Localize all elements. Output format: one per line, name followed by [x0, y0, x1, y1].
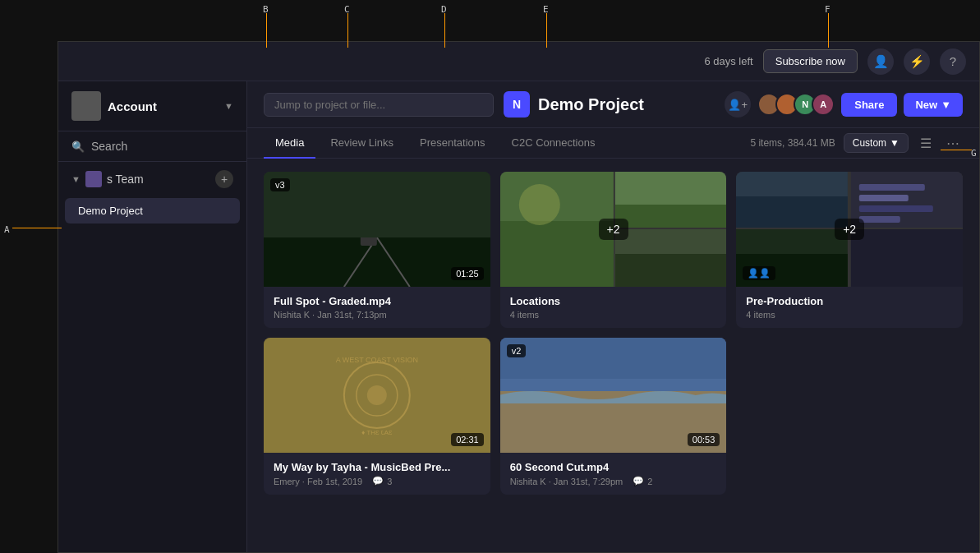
chevron-down-icon: ▼: [941, 99, 951, 111]
card-my-way[interactable]: A WEST COAST VISION 3AJ 3HT ♦ 02:31 My W…: [264, 338, 490, 495]
svg-text:A WEST COAST VISION: A WEST COAST VISION: [336, 356, 418, 364]
card-thumbnail: v2 00:53: [500, 338, 727, 453]
card-thumbnail: +2: [500, 172, 727, 287]
card-info: Full Spot - Graded.mp4 Nishita K · Jan 3…: [264, 287, 490, 328]
list-view-button[interactable]: ☰: [917, 132, 935, 154]
custom-sort-select[interactable]: Custom ▼: [844, 133, 909, 153]
version-badge: v3: [270, 178, 290, 191]
sidebar: Account ▼ 🔍 Search ▼ s Team + Demo Pr: [58, 81, 247, 552]
annotation-c-line: [347, 13, 348, 48]
project-name-row: N Demo Project: [504, 91, 715, 118]
top-bar: 6 days left Subscribe now 👤 ⚡ ?: [58, 42, 979, 81]
plus-badge: +2: [599, 219, 628, 240]
sidebar-account[interactable]: Account ▼: [58, 81, 246, 131]
card-meta: Nishita K · Jan 31st, 7:29pm 💬 2: [510, 476, 717, 486]
more-options-button[interactable]: ⋯: [943, 132, 963, 154]
card-title: 60 Second Cut.mp4: [510, 461, 717, 473]
card-thumbnail: 👤👤 +2: [736, 172, 963, 287]
card-title: My Way by Tayha - MusicBed Pre...: [274, 461, 481, 473]
card-meta: Nishita K · Jan 31st, 7:13pm: [274, 310, 481, 320]
project-icon: N: [504, 91, 530, 118]
search-icon: 🔍: [71, 141, 85, 153]
avatar-stack: N A: [757, 93, 835, 116]
svg-rect-7: [264, 172, 490, 237]
svg-rect-9: [500, 221, 614, 287]
svg-rect-17: [736, 196, 848, 228]
tab-media[interactable]: Media: [264, 128, 315, 159]
sidebar-team-row[interactable]: ▼ s Team +: [58, 162, 246, 196]
question-icon: ?: [950, 54, 956, 68]
card-thumbnail: v3 01:25: [264, 172, 490, 287]
card-full-spot[interactable]: v3 01:25 Full Spot - Graded.mp4 Nishita …: [264, 172, 490, 328]
annotation-b-line: [266, 13, 267, 48]
svg-rect-19: [859, 184, 925, 191]
card-meta: 4 items: [746, 310, 953, 320]
add-project-button[interactable]: +: [215, 170, 233, 188]
svg-rect-12: [614, 205, 726, 228]
card-thumbnail: A WEST COAST VISION 3AJ 3HT ♦ 02:31: [264, 338, 490, 453]
card-meta: Emery · Feb 1st, 2019 💬 3: [274, 476, 481, 486]
team-label: s Team: [107, 173, 210, 186]
tab-presentations[interactable]: Presentations: [408, 128, 497, 159]
annotation-g-line: [941, 150, 972, 150]
subscribe-button[interactable]: Subscribe now: [763, 49, 858, 73]
tab-review-links[interactable]: Review Links: [319, 128, 405, 159]
jump-search-input[interactable]: [264, 93, 494, 117]
svg-point-30: [367, 385, 387, 405]
card-info: 60 Second Cut.mp4 Nishita K · Jan 31st, …: [500, 453, 727, 495]
person-icon-overlay: 👤👤: [743, 266, 775, 280]
new-button[interactable]: New ▼: [904, 93, 963, 117]
chevron-down-icon: ▼: [890, 137, 899, 149]
svg-point-10: [518, 184, 559, 225]
team-chevron-icon: ▼: [71, 174, 81, 184]
annotation-f-line: [828, 13, 829, 48]
media-grid-area: v3 01:25 Full Spot - Graded.mp4 Nishita …: [247, 159, 979, 552]
team-avatar: [85, 171, 102, 187]
svg-rect-21: [859, 205, 933, 212]
annotation-d-line: [444, 13, 445, 48]
duration-badge: 00:53: [688, 433, 720, 446]
card-info: Locations 4 items: [500, 287, 727, 328]
person-icon-button[interactable]: 👤: [867, 48, 894, 75]
card-title: Pre-Production: [746, 295, 953, 307]
card-info: Pre-Production 4 items: [736, 287, 963, 328]
media-grid: v3 01:25 Full Spot - Graded.mp4 Nishita …: [264, 172, 963, 495]
svg-rect-26: [851, 229, 963, 287]
tabs-bar: Media Review Links Presentations C2C Con…: [247, 128, 979, 159]
svg-rect-15: [614, 229, 726, 287]
account-label: Account: [108, 99, 157, 113]
header-right: 👤+ N A Share New ▼: [725, 91, 963, 118]
sidebar-search-row[interactable]: 🔍 Search: [58, 131, 246, 162]
duration-badge: 02:31: [451, 433, 484, 446]
sidebar-item-demo-project[interactable]: Demo Project: [65, 198, 240, 224]
svg-text:3AJ 3HT ♦: 3AJ 3HT ♦: [361, 429, 392, 436]
svg-rect-20: [859, 195, 909, 201]
svg-rect-36: [500, 338, 727, 379]
plus-badge: +2: [835, 219, 864, 240]
comment-icon: 💬: [372, 476, 384, 486]
tabs-right: 5 items, 384.41 MB Custom ▼ ☰ ⋯: [750, 132, 963, 154]
version-badge: v2: [507, 344, 527, 357]
tab-c2c-connections[interactable]: C2C Connections: [500, 128, 607, 159]
avatar-4: A: [812, 93, 835, 116]
project-header: N Demo Project 👤+ N A Share: [247, 81, 979, 128]
add-member-button[interactable]: 👤+: [725, 91, 751, 118]
card-60-second-cut[interactable]: v2 00:53 60 Second Cut.mp4 Nishita K · J…: [500, 338, 727, 495]
card-locations[interactable]: +2 Locations 4 items: [500, 172, 727, 328]
content-area: N Demo Project 👤+ N A Share: [247, 81, 979, 552]
trial-text: 6 days left: [704, 55, 752, 67]
help-icon-button[interactable]: ?: [940, 48, 966, 75]
lightning-icon-button[interactable]: ⚡: [904, 48, 930, 75]
card-preproduction[interactable]: 👤👤 +2 Pre-Production 4 items: [736, 172, 963, 328]
person-icon: 👤: [873, 54, 889, 69]
svg-rect-22: [859, 216, 900, 223]
comment-icon: 💬: [633, 476, 644, 486]
lightning-icon: ⚡: [909, 54, 925, 69]
annotation-e-line: [546, 13, 547, 48]
card-title: Locations: [510, 295, 717, 307]
project-title: Demo Project: [538, 95, 644, 114]
card-info: My Way by Tayha - MusicBed Pre... Emery …: [264, 453, 490, 495]
chevron-down-icon: ▼: [224, 101, 233, 111]
items-count: 5 items, 384.41 MB: [750, 137, 835, 149]
share-button[interactable]: Share: [841, 93, 897, 117]
